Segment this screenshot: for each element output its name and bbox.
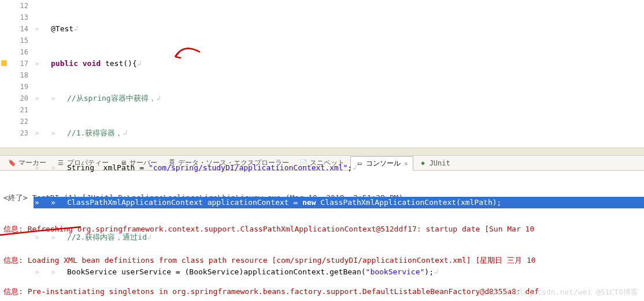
code-line: »»//2.获得内容，通过id↲	[34, 232, 644, 243]
code-area[interactable]: »@Test↲ »public void test(){↲ »»//从sprin…	[34, 0, 644, 148]
line-number-gutter: 12 13 14 15 16 17 18 19 20 21 22 23	[0, 0, 34, 148]
line-number: 16	[0, 46, 28, 58]
line-number: 19	[0, 81, 28, 93]
bookmark-icon: 🔖	[8, 159, 16, 167]
code-line: »»//从spring容器中获得，↲	[34, 93, 644, 104]
code-editor[interactable]: 12 13 14 15 16 17 18 19 20 21 22 23 »@Te…	[0, 0, 644, 148]
code-line: »public void test(){↲	[34, 58, 644, 69]
line-number: 13	[0, 12, 28, 23]
line-number: 18	[0, 69, 28, 81]
line-number: 22	[0, 116, 28, 127]
line-number-warning: 17	[0, 58, 28, 69]
watermark: https://blog.csdn.net/wei @51CTO博客	[479, 287, 638, 298]
code-line: »»String xmlPath = "com/spring/studyDI/a…	[34, 162, 644, 174]
code-line: »»//1.获得容器，↲	[34, 127, 644, 139]
line-number: 14	[0, 23, 28, 35]
line-number: 21	[0, 104, 28, 116]
line-number: 15	[0, 35, 28, 46]
code-line: »@Test↲	[34, 23, 644, 35]
code-line: »»BookService userService = (BookService…	[34, 266, 644, 278]
line-number: 20	[0, 93, 28, 104]
code-line-selected: »»ClassPathXmlApplicationContext applica…	[34, 197, 644, 208]
line-number: 23	[0, 127, 28, 139]
line-number: 12	[0, 0, 28, 12]
